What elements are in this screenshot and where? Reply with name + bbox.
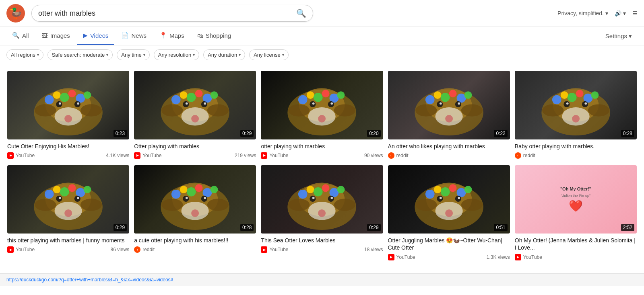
svg-point-52 [425,95,434,104]
video-source: r reddit [515,152,535,159]
privacy-menu[interactable]: Privacy, simplified. ▾ [557,10,608,16]
filter-duration[interactable]: Any duration ▾ [203,49,245,60]
svg-point-20 [171,95,181,104]
hamburger-menu[interactable]: ☰ [632,10,638,16]
svg-point-138 [415,199,437,211]
audio-icon: 🔊 [615,10,621,16]
video-card[interactable]: "Oh My Otter!" "Julien the Pin-up" ❤️ 2:… [512,165,639,267]
svg-point-86 [60,187,69,197]
video-card[interactable]: 0:23 Cute Otter Enjoying His Marbles! Yo… [5,71,132,165]
video-source: r reddit [134,246,155,253]
svg-point-7 [68,90,76,97]
video-views: 1.3K views [487,254,510,260]
video-source: YouTube [134,152,161,159]
video-duration: 0:29 [367,224,380,231]
svg-point-75 [588,104,609,116]
search-input[interactable]: otter with marbles [38,9,296,18]
svg-point-118 [314,187,323,197]
video-source: YouTube [388,254,415,260]
tab-images[interactable]: 🖼 Images [36,27,76,45]
search-bar[interactable]: otter with marbles 🔍 [31,5,313,22]
settings-menu[interactable]: Settings ▾ [600,28,638,45]
tab-images-label: Images [50,32,70,39]
video-card[interactable]: 0:29 This Sea Otter Loves Marbles YouTub… [258,165,385,267]
svg-point-95 [77,197,79,199]
filter-license[interactable]: Any license ▾ [249,49,288,60]
svg-point-22 [187,93,196,102]
source-name: YouTube [269,247,288,252]
video-title: Otter Juggling Marbles 😍🦦~Otter Wu-Chan|… [388,237,510,251]
privacy-chevron: ▾ [605,10,608,16]
svg-point-42 [289,104,310,116]
youtube-icon [261,152,267,159]
filter-resolution-label: Any resolution [158,52,191,58]
svg-point-90 [35,199,56,211]
svg-point-3 [64,115,72,123]
header-right: Privacy, simplified. ▾ 🔊 ▾ ☰ [557,10,638,16]
video-duration: 0:23 [114,130,127,137]
video-card[interactable]: 0:20 otter playing with marbles YouTube … [258,71,385,165]
svg-point-122 [289,199,310,211]
video-meta: YouTube 86 views [7,246,129,253]
ddg-logo[interactable]: 🦆 [6,4,25,23]
svg-point-51 [445,115,453,123]
filter-time[interactable]: Any time ▾ [117,49,150,60]
tab-news-label: News [131,32,147,39]
all-icon: 🔍 [12,32,20,39]
svg-point-119 [322,184,330,192]
svg-point-55 [449,90,456,97]
svg-point-57 [464,91,472,99]
svg-point-23 [195,90,203,97]
video-meta: r reddit [134,246,256,253]
filter-regions[interactable]: All regions ▾ [6,49,43,60]
svg-point-126 [312,197,315,199]
video-card[interactable]: 0:29 this otter playing with marbles | f… [5,165,132,267]
video-duration: 0:28 [621,130,634,137]
svg-point-59 [461,104,483,116]
svg-point-78 [566,102,569,105]
filter-safe-search[interactable]: Safe search: moderate ▾ [47,49,113,60]
images-icon: 🖼 [42,32,48,39]
tab-videos-label: Videos [90,32,109,39]
video-thumbnail: 0:29 [261,165,383,234]
reddit-icon: r [134,246,140,253]
video-card[interactable]: 0:28 Baby otter playing with marbles. r … [512,71,639,165]
source-name: YouTube [16,153,35,158]
svg-point-84 [45,189,54,199]
video-card[interactable]: 0:29 Otter playing with marbles YouTube … [132,71,258,165]
svg-point-37 [307,91,314,99]
youtube-icon [261,246,267,253]
video-grid: 0:23 Cute Otter Enjoying His Marbles! Yo… [0,64,644,273]
tab-shopping[interactable]: 🛍 Shopping [192,27,237,45]
video-card[interactable]: 0:28 a cute otter playing with his marbl… [132,165,258,267]
svg-point-91 [80,199,102,211]
filter-duration-label: Any duration [208,52,237,58]
filter-resolution[interactable]: Any resolution ▾ [154,49,199,60]
video-meta: YouTube 90 views [261,152,383,159]
svg-point-121 [337,186,345,193]
video-thumbnail: 0:22 [388,71,510,139]
header: 🦆 otter with marbles 🔍 Privacy, simplifi… [0,0,644,27]
video-thumbnail: 0:20 [261,71,383,139]
video-card[interactable]: 0:22 An otter who likes playing with mar… [386,71,512,165]
svg-point-116 [298,189,308,199]
tab-maps[interactable]: 📍 Maps [154,27,190,45]
tab-all[interactable]: 🔍 All [6,27,35,45]
svg-point-14 [59,102,61,105]
url-display: https://duckduckgo.com/?q=otter+with+mar… [6,277,173,283]
video-views: 219 views [235,153,256,158]
audio-menu[interactable]: 🔊 ▾ [615,10,626,16]
svg-point-135 [449,184,456,192]
video-source: r reddit [388,152,409,159]
search-icon[interactable]: 🔍 [296,8,306,18]
video-thumbnail: 0:23 [7,71,129,139]
video-card[interactable]: 0:51 Otter Juggling Marbles 😍🦦~Otter Wu-… [386,165,512,267]
settings-label: Settings [605,33,627,39]
tab-videos[interactable]: ▶ Videos [77,27,114,45]
svg-point-36 [298,95,308,104]
video-title: this otter playing with marbles | funny … [7,237,129,244]
bottom-bar: https://duckduckgo.com/?q=otter+with+mar… [0,273,644,286]
tab-news[interactable]: 📄 News [116,27,152,45]
video-title: otter playing with marbles [261,143,383,150]
tab-shopping-label: Shopping [206,32,231,39]
